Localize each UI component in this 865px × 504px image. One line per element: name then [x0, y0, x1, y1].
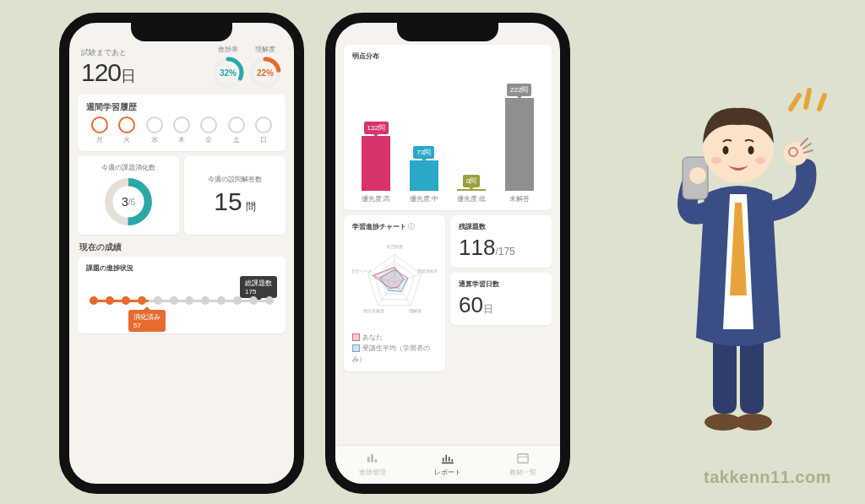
- svg-point-34: [689, 167, 706, 184]
- progress-dot: [170, 296, 178, 305]
- svg-point-31: [784, 142, 808, 165]
- tasks-total: 6: [131, 198, 136, 207]
- answers-value: 15: [214, 187, 242, 215]
- progress-dot: [217, 296, 226, 305]
- bar-x-label: 優先度:​低: [454, 194, 488, 203]
- weekly-answers-card: 今週の設問解答数 15問: [184, 156, 286, 235]
- svg-point-37: [748, 146, 754, 154]
- svg-text:課題消化率: 課題消化率: [417, 268, 437, 274]
- study-days-title: 通算学習日数: [459, 279, 543, 289]
- countdown-box: 試験まであと 120日: [81, 47, 206, 87]
- study-days-card: 通算学習日数 60日: [450, 273, 552, 325]
- phone-left: 試験まであと 120日 進捗率 32% 理解度 22%: [59, 13, 304, 494]
- progress-done-bubble: 消化済み57: [128, 310, 166, 332]
- tab-icon: [515, 453, 530, 466]
- bar-x-label: 優先度:​高: [359, 194, 393, 203]
- bar-x-label: 未解答: [503, 194, 536, 203]
- bar-x-label: 優先度:​中: [407, 194, 441, 203]
- tab-label: 進捗管理: [359, 468, 386, 477]
- grades-title: 現在の成績: [79, 241, 284, 253]
- svg-rect-22: [518, 454, 528, 463]
- svg-point-38: [711, 157, 721, 164]
- progress-total-bubble: 総課題数175: [240, 276, 277, 298]
- study-days-unit: 日: [483, 303, 493, 315]
- weekday-cell[interactable]: 土: [222, 117, 249, 144]
- notch: [131, 23, 232, 41]
- countdown-unit: 日: [121, 68, 136, 84]
- weekday-cell[interactable]: 火: [113, 117, 140, 144]
- weakness-bar-chart: 132問 .bar-col:nth-child(1) .bar-lbl::aft…: [352, 64, 543, 191]
- tab-label: 教材一覧: [509, 468, 536, 477]
- bar-2: 0問 .bar-col:nth-child(3) .bar-lbl::after…: [454, 175, 488, 191]
- progress-card: 課題の進捗状況 総課題数175 消化済み57: [78, 257, 286, 333]
- weakness-dist-card: 弱点分布 132問 .bar-col:nth-child(1) .bar-lbl…: [344, 45, 552, 210]
- weekly-history-title: 週間学習履歴: [86, 101, 277, 113]
- notch: [397, 23, 498, 41]
- progress-title: 課題の進捗状況: [86, 263, 277, 273]
- tab-1[interactable]: レポート: [411, 446, 486, 484]
- tab-label: レポート: [434, 468, 461, 477]
- bar-1: 73問 .bar-col:nth-child(2) .bar-lbl::afte…: [407, 146, 441, 191]
- radar-card: 学習進捗チャート ⓘ 学習頻度課題消化率理解度弱点克服度学習ペース あなた 受講…: [344, 215, 445, 371]
- screen-right: 弱点分布 132問 .bar-col:nth-child(1) .bar-lbl…: [335, 23, 560, 484]
- radar-title: 学習進捗チャート: [352, 223, 406, 230]
- progress-timeline: 総課題数175 消化済み57: [86, 276, 277, 327]
- weekday-cell[interactable]: 水: [141, 117, 168, 144]
- svg-point-30: [735, 414, 772, 431]
- progress-dot: [201, 296, 209, 305]
- remaining-title: 残課題数: [459, 222, 543, 231]
- tab-icon: [365, 453, 380, 466]
- weekday-cell[interactable]: 金: [195, 117, 222, 144]
- businessman-illustration: [654, 76, 823, 439]
- screen-left: 試験まであと 120日 進捗率 32% 理解度 22%: [69, 23, 294, 484]
- progress-dot: [122, 296, 130, 305]
- tasks-done: 3: [122, 195, 128, 209]
- remaining-value: 118: [459, 235, 495, 260]
- progress-ring: 理解度 22%: [248, 45, 282, 89]
- progress-dot: [185, 296, 193, 305]
- progress-dot: [106, 296, 114, 305]
- study-days-value: 60: [459, 292, 483, 317]
- tab-bar: 進捗管理 レポート 教材一覧: [335, 445, 560, 484]
- progress-dot: [90, 296, 98, 305]
- svg-text:学習ペース: 学習ペース: [352, 268, 372, 274]
- remaining-tasks-card: 残課題数 118/175: [450, 215, 552, 268]
- help-icon[interactable]: ⓘ: [408, 223, 415, 230]
- weekly-history-card: 週間学習履歴 月 火 水 木 金 土 日: [78, 95, 286, 151]
- progress-dot: [249, 296, 258, 305]
- weekly-tasks-donut: 3/6: [102, 176, 155, 228]
- svg-text:学習頻度: 学習頻度: [386, 244, 403, 249]
- tab-0[interactable]: 進捗管理: [335, 446, 411, 484]
- remaining-total: /175: [495, 246, 514, 257]
- weekday-cell[interactable]: 日: [250, 117, 277, 144]
- countdown-value: 120: [81, 58, 121, 86]
- weekday-cell[interactable]: 木: [168, 117, 195, 144]
- progress-dot: [233, 296, 242, 305]
- phone-right: 弱点分布 132問 .bar-col:nth-child(1) .bar-lbl…: [325, 13, 570, 494]
- progress-dot: [265, 296, 274, 305]
- weekday-cell[interactable]: 月: [86, 117, 113, 144]
- weekly-answers-title: 今週の設問解答数: [193, 175, 277, 184]
- weekly-tasks-card: 今週の課題消化数 3/6: [78, 156, 179, 235]
- summary-row: 試験まであと 120日 進捗率 32% 理解度 22%: [78, 45, 286, 95]
- radar-legend: あなた 受講生平均（学習者のみ）: [352, 333, 437, 365]
- radar-chart: 学習頻度課題消化率理解度弱点克服度学習ペース: [352, 235, 437, 328]
- svg-point-39: [755, 157, 765, 164]
- svg-point-36: [723, 146, 729, 154]
- watermark: takkenn11.com: [704, 468, 831, 487]
- weekly-tasks-title: 今週の課題消化数: [86, 163, 171, 172]
- progress-dot: [154, 296, 162, 305]
- bar-0: 132問 .bar-col:nth-child(1) .bar-lbl::aft…: [359, 122, 393, 191]
- bar-3: 222問 .bar-col:nth-child(4) .bar-lbl::aft…: [503, 84, 536, 191]
- svg-text:理解度: 理解度: [409, 308, 422, 313]
- tab-2[interactable]: 教材一覧: [485, 446, 560, 484]
- weakness-dist-title: 弱点分布: [352, 51, 543, 61]
- tab-icon: [440, 453, 455, 466]
- answers-unit: 問: [246, 201, 256, 213]
- progress-ring: 進捗率 32%: [211, 45, 245, 89]
- svg-text:弱点克服度: 弱点克服度: [363, 308, 384, 313]
- countdown-label: 試験まであと: [81, 47, 206, 58]
